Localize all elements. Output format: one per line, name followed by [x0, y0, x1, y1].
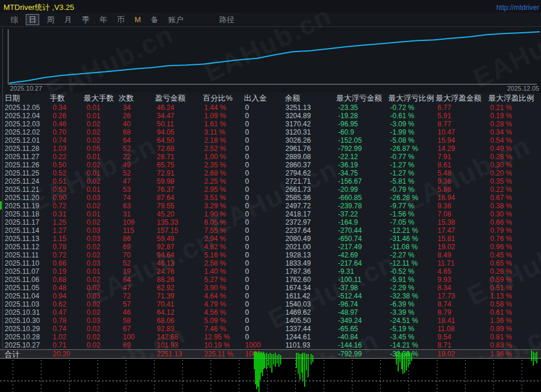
header-cell: 最大浮亏比例 [388, 93, 435, 104]
table-cell: 0.03 [87, 292, 100, 300]
window-title: MTDriver统计 ,V3.25 [4, 2, 74, 13]
table-row[interactable]: 2025.10.290.740.026792.837.46 %01337.44-… [0, 325, 541, 333]
tab-week[interactable]: 周 [44, 15, 57, 25]
tab-day[interactable]: 日 [26, 14, 39, 25]
table-row[interactable]: 2025.10.310.470.024664.124.56 %01469.62-… [0, 308, 541, 317]
table-row[interactable]: 2025.11.190.720.026379.553.29 %02497.72-… [0, 202, 541, 210]
tab-month[interactable]: 月 [62, 15, 74, 25]
table-row[interactable]: 2025.11.250.520.015272.912.68 %02794.62-… [0, 169, 541, 177]
table-cell: 1.00 % [204, 153, 226, 161]
tab-path[interactable]: 路径 [217, 15, 237, 25]
table-row[interactable]: 2025.11.141.270.03115157.157.55 %02237.6… [0, 226, 541, 235]
tab-quarter[interactable]: 季 [80, 15, 92, 25]
table-cell: 0.03 [87, 226, 100, 235]
table-row[interactable]: 2025.11.120.780.026992.874.82 %02021.00-… [0, 243, 541, 251]
table-cell: -42.69 [338, 251, 358, 259]
drawdown-bar [270, 353, 271, 368]
table-cell: 49 [123, 161, 130, 169]
table-cell: 3120.31 [285, 128, 311, 136]
table-row[interactable]: 2025.12.030.460.024050.111.61 %03170.42-… [0, 120, 541, 128]
table-cell: 0 [245, 120, 249, 128]
drawdown-bar [308, 354, 309, 377]
table-cell: -32.38 % [390, 292, 418, 300]
table-row[interactable]: 2025.11.050.480.024762.923.90 %01674.34-… [0, 284, 541, 292]
table-cell: 1405.50 [285, 317, 311, 325]
table-row[interactable]: 2025.11.060.680.026488.265.27 %01762.60-… [0, 276, 541, 284]
table-row[interactable]: 2025.12.040.260.012634.471.09 %03204.89-… [0, 112, 541, 120]
table-row[interactable]: 2025.11.030.620.025770.414.79 %01540.03-… [0, 300, 541, 308]
table-cell: -5.08 % [390, 136, 414, 145]
frame-line [2, 28, 3, 358]
header-cell: 盈亏金额 [155, 93, 199, 104]
table-cell: -5.91 % [390, 276, 414, 284]
table-row[interactable]: 2025.12.020.700.026894.053.11 %03120.31-… [0, 128, 541, 136]
table-cell: 59.49 [157, 235, 174, 243]
table-cell: 71.39 [157, 292, 174, 300]
table-cell: 1833.49 [285, 259, 311, 267]
table-cell: 26 [123, 112, 130, 120]
table-cell: 2080.49 [285, 235, 311, 243]
table-cell: 0.30 % [490, 210, 512, 218]
table-row[interactable]: 2025.12.010.740.026464.502.18 %03026.26-… [0, 136, 541, 145]
drawdown-chart-panel [0, 358, 541, 392]
table-cell: 2025.11.18 [5, 210, 39, 218]
table-cell: 52 [123, 169, 130, 177]
table-cell: 0.02 [87, 284, 100, 292]
table-cell: 40 [123, 120, 130, 128]
drawdown-bar [411, 353, 412, 361]
table-row[interactable]: 2025.10.270.710.0269101.9310.19 %1000110… [0, 341, 541, 349]
table-cell: 88.26 [157, 276, 174, 284]
table-row[interactable]: 2025.11.281.030.055272.682.52 %02961.76-… [0, 145, 541, 153]
tab-account[interactable]: 账户 [166, 15, 186, 25]
drawdown-bar [408, 352, 409, 367]
table-row[interactable]: 2025.11.110.720.027094.645.16 %01928.13-… [0, 251, 541, 259]
header-cell: 最大手数 [84, 93, 118, 104]
table-cell: 46.24 [157, 104, 174, 112]
table-row[interactable]: 2025.10.281.020.02100142.6812.95 %01244.… [0, 333, 541, 341]
table-cell: 52 [123, 259, 130, 267]
tab-currency[interactable]: 币 [115, 15, 127, 25]
tab-magic[interactable]: M [132, 15, 143, 25]
table-cell: 0.74 [53, 325, 66, 333]
table-row[interactable]: 2025.12.050.340.013446.241.44 %03251.13-… [0, 104, 541, 112]
table-cell: 5.48 [437, 169, 451, 177]
site-url-link[interactable]: http://mtdriver [497, 4, 539, 12]
table-cell: 8.49 [437, 251, 451, 259]
table-cell: 0.02 [87, 120, 100, 128]
tab-comment[interactable]: 备 [149, 15, 161, 25]
table-cell: 0 [245, 235, 249, 243]
table-row[interactable]: 2025.11.180.310.013145.201.90 %02418.17-… [0, 210, 541, 218]
table-cell: 0.61 % [490, 308, 512, 317]
drawdown-bar [260, 353, 261, 380]
table-cell: -270.44 [338, 226, 362, 235]
table-row[interactable]: 2025.10.300.780.035868.065.09 %01405.50-… [0, 317, 541, 325]
table-cell: 0 [245, 300, 249, 308]
table-row[interactable]: 2025.11.171.250.02109135.336.05 %02372.9… [0, 218, 541, 226]
table-cell: 0.02 [87, 128, 100, 136]
table-cell: 0.45 % [490, 251, 512, 259]
table-cell: 2.35 % [204, 161, 226, 169]
table-row[interactable]: 2025.11.240.510.024759.982.25 %02721.71-… [0, 177, 541, 185]
drawdown-chart [0, 359, 541, 392]
table-row[interactable]: 2025.11.270.220.012228.711.00 %02889.08-… [0, 153, 541, 161]
table-row[interactable]: 2025.11.131.150.038659.492.94 %02080.49-… [0, 235, 541, 243]
table-row[interactable]: 2025.11.070.190.011924.761.40 %01787.36-… [0, 267, 541, 276]
table-cell: 2025.11.12 [5, 243, 39, 251]
drawdown-bar [531, 350, 532, 361]
table-cell: 12.95 % [204, 333, 230, 341]
table-cell: 4.82 % [204, 243, 226, 251]
table-row[interactable]: 2025.11.210.530.015376.372.95 %02661.73-… [0, 185, 541, 194]
table-row[interactable]: 2025.11.100.660.035246.132.58 %01833.49-… [0, 259, 541, 267]
table-cell: 0.02 [87, 333, 100, 341]
tab-summary[interactable]: 综 [8, 15, 20, 25]
daily-stats-table: 日期手数最大手数次数盈亏金额百分比%出入金余额最大浮亏金额最大浮亏比例最大浮盈金… [0, 92, 541, 358]
drawdown-bar [535, 353, 536, 361]
table-row[interactable]: 2025.11.260.500.024965.752.35 %02860.37-… [0, 161, 541, 169]
table-row[interactable]: 2025.11.200.900.037487.643.51 %02585.36-… [0, 194, 541, 202]
table-cell: 2237.64 [285, 226, 311, 235]
tab-year[interactable]: 年 [97, 15, 109, 25]
table-cell: 31 [123, 210, 130, 218]
table-row[interactable]: 2025.11.040.940.037271.394.64 %01611.42-… [0, 292, 541, 300]
table-cell: 64 [123, 136, 130, 145]
table-cell: 19 [123, 267, 130, 276]
